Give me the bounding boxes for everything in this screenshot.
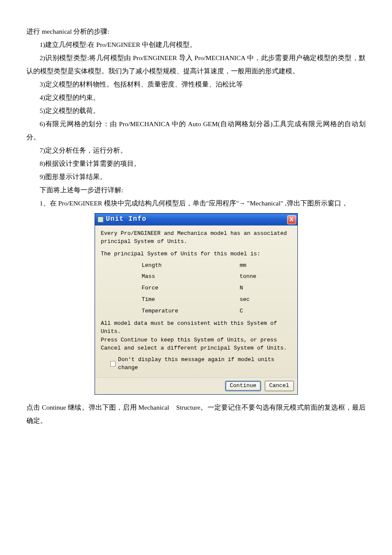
unit-label: Length: [142, 260, 240, 272]
cancel-button[interactable]: Cancel: [265, 381, 294, 391]
step-item-9: 9)图形显示计算结果。: [26, 170, 366, 183]
unit-label: Force: [142, 283, 240, 294]
step-item-2: 2)识别模型类型:将几何模型由 Pro/ENGINEER 导入 Pro/MECH…: [26, 51, 366, 78]
dialog-line1: Every Pro/ENGINEER and Mechanica model h…: [101, 230, 291, 246]
table-row: Lengthmm: [101, 260, 291, 272]
unit-value: mm: [240, 260, 291, 272]
dialog-body: Every Pro/ENGINEER and Mechanica model h…: [95, 225, 297, 377]
dont-display-checkbox-row[interactable]: Don't display this message again if mode…: [101, 353, 291, 374]
step-item-3: 3)定义模型的材料物性。包括材料、质量密度、弹性模量、泊松比等: [26, 78, 366, 91]
after-dialog-text: 点击 Continue 继续。弹出下图，启用 Mechanical Struct…: [26, 401, 366, 427]
step1-text: 1、在 Pro/ENGINEER 模块中完成结构几何模型后，单击"应用程序"→ …: [26, 197, 366, 210]
units-table: Lengthmm Masstonne ForceN Timesec Temper…: [101, 260, 291, 317]
unit-info-dialog: Unit Info X Every Pro/ENGINEER and Mecha…: [95, 213, 298, 395]
close-button[interactable]: X: [287, 215, 296, 224]
step-item-6: 6)有限元网格的划分：由 Pro/MECHANICA 中的 Auto GEM(自…: [26, 117, 366, 144]
titlebar-left: Unit Info: [98, 214, 147, 224]
table-row: TemperatureC: [101, 306, 291, 317]
continue-button[interactable]: Continue: [225, 381, 261, 391]
checkbox-label: Don't display this message again if mode…: [118, 356, 291, 372]
step-item-5: 5)定义模型的载荷。: [26, 104, 366, 117]
checkbox-icon[interactable]: [110, 361, 116, 367]
dialog-figure: Unit Info X Every Pro/ENGINEER and Mecha…: [26, 213, 366, 395]
unit-label: Temperature: [142, 306, 240, 317]
unit-value: C: [240, 306, 291, 317]
detail-intro: 下面将上述每一步进行详解:: [26, 183, 366, 197]
step-item-4: 4)定义模型的约束。: [26, 91, 366, 104]
table-row: Masstonne: [101, 271, 291, 283]
unit-value: N: [240, 283, 291, 294]
document-page: 进行 mechanical 分析的步骤: 1)建立几何模型:在 Pro/ENGI…: [0, 0, 392, 453]
step-item-7: 7)定义分析任务，运行分析。: [26, 144, 366, 157]
dialog-button-bar: Continue Cancel: [95, 377, 297, 394]
unit-value: tonne: [240, 271, 291, 283]
dialog-note1: All model data must be consistent with t…: [101, 320, 291, 336]
system-icon: [98, 217, 104, 223]
unit-value: sec: [240, 294, 291, 306]
unit-label: Time: [142, 294, 240, 306]
table-row: Timesec: [101, 294, 291, 306]
unit-label: Mass: [142, 271, 240, 283]
table-row: ForceN: [101, 283, 291, 294]
step-item-1: 1)建立几何模型:在 Pro/ENGINEER 中创建几何模型。: [26, 38, 366, 51]
intro-line: 进行 mechanical 分析的步骤:: [26, 25, 366, 38]
dialog-titlebar: Unit Info X: [95, 214, 297, 225]
dialog-title: Unit Info: [106, 214, 147, 224]
close-icon: X: [290, 216, 294, 224]
dialog-note2: Press Continue to keep this System of Un…: [101, 336, 291, 353]
dialog-line2: The principal System of Units for this m…: [101, 250, 291, 258]
step-item-8: 8)根据设计变量计算需要的项目。: [26, 157, 366, 170]
